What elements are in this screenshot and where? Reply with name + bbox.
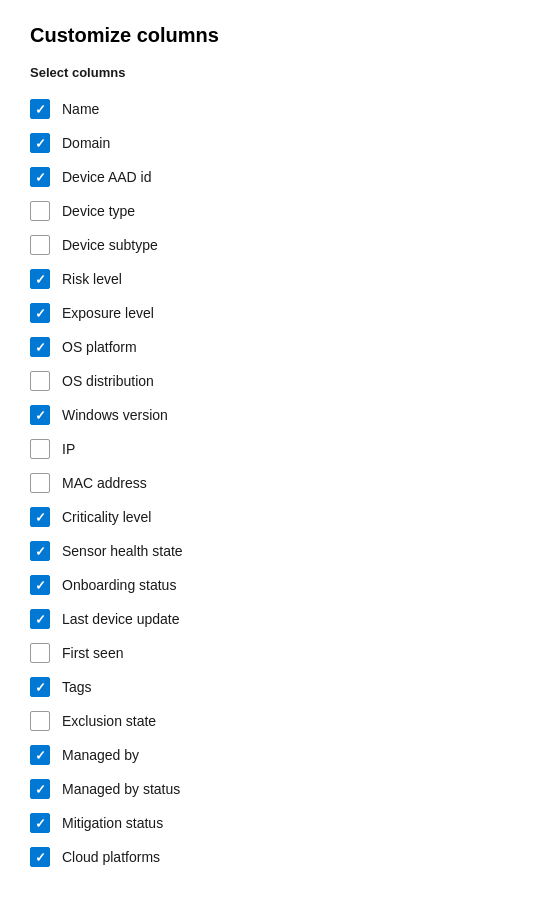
column-label-name: Name	[62, 101, 99, 117]
checkmark-icon-cloud-platforms: ✓	[35, 851, 46, 864]
column-label-risk-level: Risk level	[62, 271, 122, 287]
column-item-exclusion-state[interactable]: Exclusion state	[30, 704, 525, 738]
column-label-cloud-platforms: Cloud platforms	[62, 849, 160, 865]
checkbox-windows-version[interactable]: ✓	[30, 405, 50, 425]
column-label-first-seen: First seen	[62, 645, 123, 661]
checkmark-icon-last-device-update: ✓	[35, 613, 46, 626]
column-label-exposure-level: Exposure level	[62, 305, 154, 321]
checkbox-last-device-update[interactable]: ✓	[30, 609, 50, 629]
column-item-mac-address[interactable]: MAC address	[30, 466, 525, 500]
checkbox-os-distribution[interactable]	[30, 371, 50, 391]
column-item-first-seen[interactable]: First seen	[30, 636, 525, 670]
column-item-mitigation-status[interactable]: ✓Mitigation status	[30, 806, 525, 840]
column-item-domain[interactable]: ✓Domain	[30, 126, 525, 160]
column-label-managed-by-status: Managed by status	[62, 781, 180, 797]
column-label-os-distribution: OS distribution	[62, 373, 154, 389]
checkmark-icon-criticality-level: ✓	[35, 511, 46, 524]
checkbox-exposure-level[interactable]: ✓	[30, 303, 50, 323]
checkmark-icon-tags: ✓	[35, 681, 46, 694]
columns-list: ✓Name✓Domain✓Device AAD idDevice typeDev…	[30, 92, 525, 874]
column-item-ip[interactable]: IP	[30, 432, 525, 466]
checkbox-exclusion-state[interactable]	[30, 711, 50, 731]
column-label-tags: Tags	[62, 679, 92, 695]
checkbox-domain[interactable]: ✓	[30, 133, 50, 153]
checkbox-criticality-level[interactable]: ✓	[30, 507, 50, 527]
column-label-windows-version: Windows version	[62, 407, 168, 423]
column-label-managed-by: Managed by	[62, 747, 139, 763]
column-item-device-type[interactable]: Device type	[30, 194, 525, 228]
column-item-managed-by-status[interactable]: ✓Managed by status	[30, 772, 525, 806]
checkmark-icon-windows-version: ✓	[35, 409, 46, 422]
column-item-windows-version[interactable]: ✓Windows version	[30, 398, 525, 432]
column-label-device-type: Device type	[62, 203, 135, 219]
checkmark-icon-risk-level: ✓	[35, 273, 46, 286]
checkmark-icon-device-aad-id: ✓	[35, 171, 46, 184]
column-label-device-aad-id: Device AAD id	[62, 169, 151, 185]
column-item-device-subtype[interactable]: Device subtype	[30, 228, 525, 262]
column-label-ip: IP	[62, 441, 75, 457]
checkbox-device-subtype[interactable]	[30, 235, 50, 255]
column-item-managed-by[interactable]: ✓Managed by	[30, 738, 525, 772]
checkbox-managed-by[interactable]: ✓	[30, 745, 50, 765]
column-label-device-subtype: Device subtype	[62, 237, 158, 253]
checkbox-mitigation-status[interactable]: ✓	[30, 813, 50, 833]
checkmark-icon-managed-by: ✓	[35, 749, 46, 762]
checkbox-mac-address[interactable]	[30, 473, 50, 493]
column-item-onboarding-status[interactable]: ✓Onboarding status	[30, 568, 525, 602]
checkbox-sensor-health-state[interactable]: ✓	[30, 541, 50, 561]
column-label-onboarding-status: Onboarding status	[62, 577, 176, 593]
checkbox-ip[interactable]	[30, 439, 50, 459]
column-item-os-distribution[interactable]: OS distribution	[30, 364, 525, 398]
checkmark-icon-managed-by-status: ✓	[35, 783, 46, 796]
column-label-mac-address: MAC address	[62, 475, 147, 491]
column-item-name[interactable]: ✓Name	[30, 92, 525, 126]
checkmark-icon-mitigation-status: ✓	[35, 817, 46, 830]
column-item-risk-level[interactable]: ✓Risk level	[30, 262, 525, 296]
checkbox-risk-level[interactable]: ✓	[30, 269, 50, 289]
column-item-device-aad-id[interactable]: ✓Device AAD id	[30, 160, 525, 194]
column-item-sensor-health-state[interactable]: ✓Sensor health state	[30, 534, 525, 568]
column-item-criticality-level[interactable]: ✓Criticality level	[30, 500, 525, 534]
section-label: Select columns	[30, 65, 525, 80]
checkmark-icon-os-platform: ✓	[35, 341, 46, 354]
column-item-last-device-update[interactable]: ✓Last device update	[30, 602, 525, 636]
checkbox-os-platform[interactable]: ✓	[30, 337, 50, 357]
checkmark-icon-sensor-health-state: ✓	[35, 545, 46, 558]
checkbox-first-seen[interactable]	[30, 643, 50, 663]
column-item-os-platform[interactable]: ✓OS platform	[30, 330, 525, 364]
column-label-exclusion-state: Exclusion state	[62, 713, 156, 729]
checkbox-device-aad-id[interactable]: ✓	[30, 167, 50, 187]
column-label-criticality-level: Criticality level	[62, 509, 151, 525]
checkmark-icon-name: ✓	[35, 103, 46, 116]
checkmark-icon-domain: ✓	[35, 137, 46, 150]
column-label-os-platform: OS platform	[62, 339, 137, 355]
checkbox-managed-by-status[interactable]: ✓	[30, 779, 50, 799]
column-label-domain: Domain	[62, 135, 110, 151]
page-title: Customize columns	[30, 24, 525, 47]
column-label-mitigation-status: Mitigation status	[62, 815, 163, 831]
checkbox-onboarding-status[interactable]: ✓	[30, 575, 50, 595]
checkbox-device-type[interactable]	[30, 201, 50, 221]
checkmark-icon-exposure-level: ✓	[35, 307, 46, 320]
checkmark-icon-onboarding-status: ✓	[35, 579, 46, 592]
checkbox-tags[interactable]: ✓	[30, 677, 50, 697]
checkbox-name[interactable]: ✓	[30, 99, 50, 119]
column-item-exposure-level[interactable]: ✓Exposure level	[30, 296, 525, 330]
checkbox-cloud-platforms[interactable]: ✓	[30, 847, 50, 867]
column-label-last-device-update: Last device update	[62, 611, 180, 627]
column-label-sensor-health-state: Sensor health state	[62, 543, 183, 559]
column-item-cloud-platforms[interactable]: ✓Cloud platforms	[30, 840, 525, 874]
column-item-tags[interactable]: ✓Tags	[30, 670, 525, 704]
